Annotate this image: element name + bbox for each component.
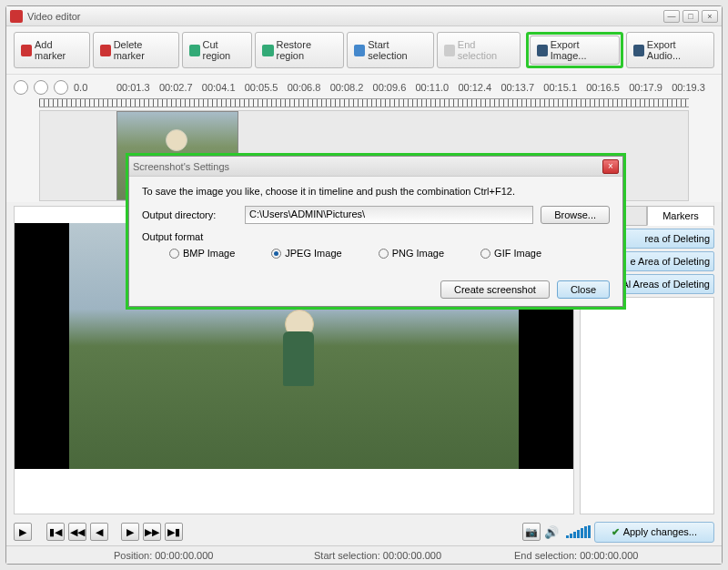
end-sel-icon [444,45,455,56]
cut-icon [189,45,200,56]
format-label: Output format [142,231,610,242]
apply-changes-button[interactable]: ✔Apply changes... [594,522,714,543]
fmt-bmp-radio[interactable]: BMP Image [169,248,235,259]
screenshot-settings-dialog: Screenshot's Settings × To save the imag… [128,156,623,307]
close-dialog-button[interactable]: Close [557,280,610,299]
status-end: End selection: 00:00:00.000 [514,550,714,561]
add-marker-icon [21,45,32,56]
export-image-button[interactable]: Export Image... [530,36,620,65]
minimize-button[interactable]: — [663,10,680,23]
volume-slider[interactable] [566,525,591,538]
status-start: Start selection: 00:00:00.000 [314,550,514,561]
format-group: BMP Image JPEG Image PNG Image GIF Image [142,242,610,264]
dialog-hint: To save the image you like, choose it in… [142,186,610,197]
tab-markers[interactable]: Markers [647,206,714,226]
side-listbox[interactable] [580,297,714,514]
screenshot-dialog-highlight: Screenshot's Settings × To save the imag… [126,153,626,310]
export-audio-icon [633,45,644,56]
zoom-out-button[interactable] [34,80,48,95]
restore-icon [262,45,273,56]
step-back-button[interactable]: ◀ [90,523,108,541]
titlebar: Video editor — □ × [6,6,722,26]
last-frame-button[interactable]: ▶▮ [165,523,183,541]
preview-subject [283,310,314,392]
close-window-button[interactable]: × [702,10,718,23]
timeline-ruler: 0.000:01.300:02.700:04.100:05.500:06.800… [74,82,714,93]
fmt-gif-radio[interactable]: GIF Image [480,248,541,259]
window-title: Video editor [27,11,663,22]
play-button[interactable]: ▶ [14,523,32,541]
create-screenshot-button[interactable]: Create screenshot [440,280,550,299]
fmt-jpeg-radio[interactable]: JPEG Image [271,248,341,259]
playback-controls: ▶ ▮◀ ◀◀ ◀ ▶ ▶▶ ▶▮ 📷 🔊 ✔Apply changes... [6,518,722,545]
delete-marker-icon [100,45,111,56]
dialog-title: Screenshot's Settings [133,161,602,172]
snapshot-button[interactable]: 📷 [522,523,541,541]
timeline-ticks [39,98,689,107]
dialog-titlebar: Screenshot's Settings × [129,157,622,177]
volume-icon[interactable]: 🔊 [544,525,559,539]
browse-button[interactable]: Browse... [541,206,610,224]
export-audio-button[interactable]: Export Audio... [626,32,714,68]
cut-region-button[interactable]: Cut region [182,32,253,68]
end-selection-button: End selection [437,32,521,68]
status-bar: Position: 00:00:00.000 Start selection: … [6,545,722,564]
add-marker-button[interactable]: Add marker [14,32,90,68]
fmt-png-radio[interactable]: PNG Image [379,248,444,259]
outdir-label: Output directory: [142,209,238,220]
rewind-button[interactable]: ◀◀ [68,523,86,541]
zoom-fit-button[interactable] [54,80,68,95]
zoom-in-button[interactable] [14,80,28,95]
forward-button[interactable]: ▶▶ [143,523,161,541]
maximize-button[interactable]: □ [682,10,699,23]
check-icon: ✔ [612,526,620,538]
delete-marker-button[interactable]: Delete marker [93,32,179,68]
export-image-highlight: Export Image... [526,32,623,68]
status-position: Position: 00:00:00.000 [114,550,314,561]
first-frame-button[interactable]: ▮◀ [46,523,65,541]
app-icon [10,10,23,23]
main-toolbar: Add marker Delete marker Cut region Rest… [6,26,722,75]
restore-region-button[interactable]: Restore region [255,32,344,68]
start-sel-icon [354,45,365,56]
start-selection-button[interactable]: Start selection [347,32,434,68]
dialog-close-button[interactable]: × [602,159,619,174]
export-image-icon [537,45,548,56]
step-fwd-button[interactable]: ▶ [121,523,139,541]
outdir-input[interactable]: C:\Users\ADMIN\Pictures\ [245,206,533,224]
